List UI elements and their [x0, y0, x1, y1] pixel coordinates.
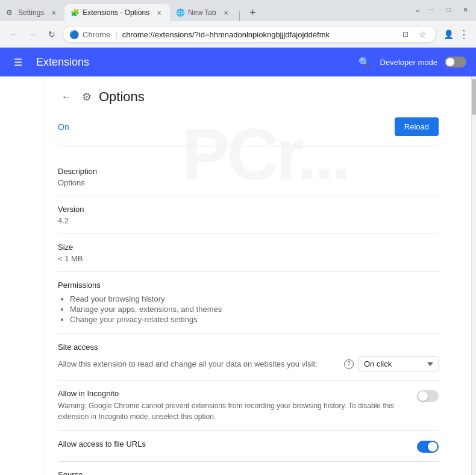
version-section: Version 4.2 — [58, 196, 439, 234]
size-label: Size — [58, 243, 439, 252]
content-inner: PCr... ← ⚙ Options On Reload Description… — [43, 76, 453, 475]
version-label: Version — [58, 205, 439, 214]
tab-settings-label: Settings — [18, 8, 44, 17]
developer-mode-toggle[interactable] — [445, 57, 466, 67]
site-access-label: Site access — [58, 343, 439, 352]
tab-extensions-options[interactable]: 🧩 Extensions - Options ✕ — [64, 4, 170, 21]
extensions-title: Extensions — [36, 56, 346, 69]
incognito-toggle-knob — [418, 391, 428, 401]
options-page-title: Options — [99, 89, 145, 105]
site-access-select[interactable]: On click On specific sites On all sites — [359, 356, 439, 371]
file-urls-section: Allow access to file URLs — [58, 431, 439, 462]
address-chrome-prefix: Chrome — [83, 30, 110, 39]
new-tab-icon: 🌐 — [176, 8, 184, 17]
content-scroll[interactable]: PCr... ← ⚙ Options On Reload Description… — [43, 76, 471, 475]
bookmark-icon[interactable]: ☆ — [415, 27, 430, 42]
status-label: On — [58, 122, 69, 132]
extensions-search-button[interactable]: 🔍 — [356, 54, 373, 70]
address-bar[interactable]: 🔵 Chrome | chrome://extensions/?id=hhmna… — [63, 26, 436, 43]
options-back-button[interactable]: ← — [58, 88, 75, 105]
permissions-label: Permissions — [58, 281, 439, 290]
file-urls-label: Allow access to file URLs — [58, 439, 407, 449]
address-bar-row: ← → ↻ 🔵 Chrome | chrome://extensions/?id… — [0, 21, 476, 48]
browser-titlebar: ⚙ Settings ✕ 🧩 Extensions - Options ✕ 🌐 … — [0, 0, 476, 21]
tab-extensions-options-close[interactable]: ✕ — [154, 8, 164, 17]
permission-item-3: Change your privacy-related settings — [70, 315, 439, 324]
file-urls-content: Allow access to file URLs — [58, 439, 407, 451]
source-label: Source — [58, 470, 439, 475]
back-nav-button[interactable]: ← — [5, 26, 22, 43]
profile-icon[interactable]: 👤 — [441, 27, 456, 42]
scrollbar-thumb[interactable] — [472, 79, 476, 115]
status-row: On Reload — [58, 117, 439, 146]
description-label: Description — [58, 167, 439, 176]
cast-icon[interactable]: ⊡ — [398, 27, 413, 42]
site-access-section: Site access Allow this extension to read… — [58, 334, 439, 380]
address-separator: | — [115, 30, 117, 39]
reload-button[interactable]: Reload — [395, 117, 439, 136]
file-urls-toggle-knob — [428, 442, 437, 452]
main-area: PCr... ← ⚙ Options On Reload Description… — [0, 76, 476, 475]
scrollbar-track[interactable] — [471, 76, 476, 475]
forward-nav-button[interactable]: → — [24, 26, 41, 43]
permission-item-1: Read your browsing history — [70, 294, 439, 303]
tab-new-tab-close[interactable]: ✕ — [221, 8, 231, 17]
new-tab-button[interactable]: + — [245, 4, 261, 21]
restore-button[interactable]: □ — [442, 4, 454, 16]
incognito-section: Allow in Incognito Warning: Google Chrom… — [58, 380, 439, 431]
site-access-help-icon[interactable]: ? — [344, 359, 354, 369]
site-access-description: Allow this extension to read and change … — [58, 359, 339, 368]
incognito-toggle[interactable] — [417, 390, 439, 402]
file-urls-toggle[interactable] — [417, 441, 439, 453]
window-controls: ⌄ ─ □ ✕ — [415, 4, 471, 16]
developer-mode-toggle-knob — [446, 58, 454, 66]
size-section: Size < 1 MB — [58, 234, 439, 272]
incognito-label: Allow in Incognito — [58, 389, 407, 398]
size-value: < 1 MB — [58, 254, 439, 263]
version-value: 4.2 — [58, 216, 439, 225]
minimize-button[interactable]: ─ — [425, 4, 437, 16]
options-gear-icon: ⚙ — [82, 90, 92, 104]
site-security-icon: 🔵 — [69, 30, 79, 39]
header-right: 🔍 Developer mode — [356, 54, 466, 70]
hamburger-menu-button[interactable]: ☰ — [10, 54, 27, 70]
refresh-button[interactable]: ↻ — [43, 26, 60, 43]
permission-item-2: Manage your apps, extensions, and themes — [70, 305, 439, 314]
options-header: ← ⚙ Options — [58, 88, 439, 105]
permissions-list: Read your browsing history Manage your a… — [58, 294, 439, 324]
site-access-row: Allow this extension to read and change … — [58, 356, 439, 371]
permissions-section: Permissions Read your browsing history M… — [58, 272, 439, 334]
sidebar — [0, 76, 43, 475]
chevron-down-icon: ⌄ — [415, 5, 421, 14]
menu-icon[interactable]: ⋮ — [457, 27, 471, 42]
incognito-description: Warning: Google Chrome cannot prevent ex… — [58, 400, 407, 422]
toolbar-right: 👤 ⋮ — [441, 27, 471, 42]
tab-settings-close[interactable]: ✕ — [49, 8, 58, 17]
description-section: Description Options — [58, 158, 439, 196]
incognito-content: Allow in Incognito Warning: Google Chrom… — [58, 389, 407, 422]
tab-extensions-options-label: Extensions - Options — [83, 8, 149, 17]
address-right-icons: ⊡ ☆ — [398, 27, 430, 42]
tab-new-tab[interactable]: 🌐 New Tab ✕ — [170, 4, 236, 21]
tab-settings[interactable]: ⚙ Settings ✕ — [0, 4, 64, 21]
description-value: Options — [58, 178, 439, 187]
source-section: Source Unpacked extension Loaded from: ~… — [58, 462, 439, 475]
extensions-tab-icon: 🧩 — [70, 8, 79, 17]
developer-mode-label: Developer mode — [380, 58, 437, 67]
extensions-header: ☰ Extensions 🔍 Developer mode — [0, 48, 476, 76]
close-button[interactable]: ✕ — [459, 4, 471, 16]
address-url: chrome://extensions/?id=hhmnadonlnpiokng… — [122, 30, 395, 39]
settings-tab-icon: ⚙ — [6, 8, 14, 17]
tab-separator — [239, 11, 240, 21]
tab-new-tab-label: New Tab — [188, 8, 216, 17]
